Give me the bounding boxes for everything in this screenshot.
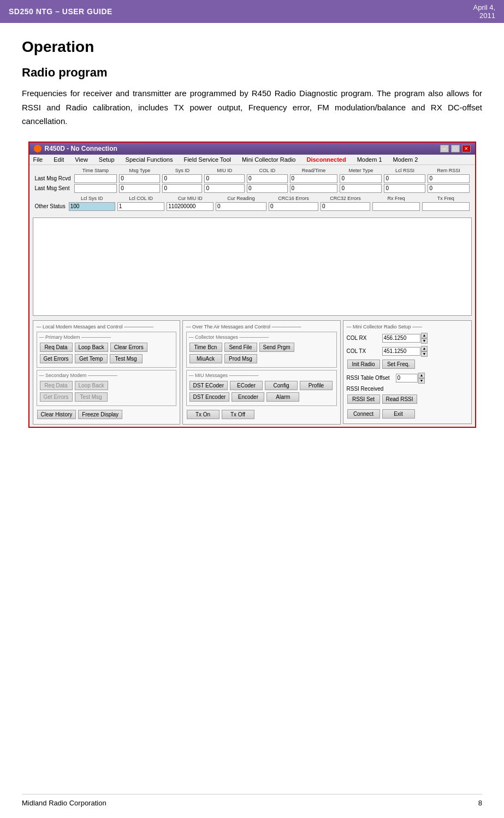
col-rx-input[interactable]	[382, 334, 420, 343]
connect-button[interactable]: Connect	[347, 409, 380, 419]
encoder-button[interactable]: Encoder	[232, 392, 264, 402]
col-tx-input[interactable]	[382, 347, 420, 356]
col-sysid: Sys ID	[161, 167, 203, 174]
titlebar-controls: ─ □ ✕	[440, 145, 471, 152]
cell-lclsysid[interactable]	[68, 202, 116, 211]
cell-sent-lclrssi[interactable]	[383, 184, 426, 193]
cell-rcvd-msgtype[interactable]	[118, 174, 161, 184]
get-errors-button[interactable]: Get Errors	[40, 354, 73, 363]
cell-sent-readtime[interactable]	[289, 184, 339, 193]
ecoder-button[interactable]: ECoder	[230, 381, 263, 390]
menu-view[interactable]: View	[73, 156, 90, 163]
cell-rcvd-remrssi[interactable]	[426, 174, 470, 184]
cell-rcvd-colid[interactable]	[246, 174, 289, 184]
menu-field-service-tool[interactable]: Field Service Tool	[182, 156, 233, 163]
page-footer: Midland Radio Corporation 8	[22, 794, 482, 807]
menu-special-functions[interactable]: Special Functions	[124, 156, 175, 163]
cell-rcvd-sysid[interactable]	[161, 174, 203, 184]
secondary-row1: Req Data Loop Back	[39, 380, 174, 391]
cell-rxfreq[interactable]	[371, 202, 421, 211]
read-rssi-button[interactable]: Read RSSI	[382, 395, 417, 404]
rssi-set-button[interactable]: RSSI Set	[347, 395, 380, 404]
close-button[interactable]: ✕	[462, 145, 471, 152]
clear-errors-button[interactable]: Clear Errors	[110, 343, 147, 352]
freeze-display-button[interactable]: Freeze Display	[78, 410, 122, 419]
rssi-received-label: RSSI Received	[347, 386, 384, 392]
radio-setup-title: — Mini Collector Radio Setup ——	[347, 324, 468, 329]
send-file-button[interactable]: Send File	[224, 343, 257, 352]
menu-modem1[interactable]: Modem 1	[355, 156, 384, 163]
rssi-offset-up[interactable]: ▲	[418, 373, 425, 378]
cell-sent-remrssi[interactable]	[426, 184, 470, 193]
req-data-button[interactable]: Req Data	[40, 343, 73, 352]
primary-row2: Get Errors Get Temp Test Msg	[39, 354, 174, 364]
time-bcn-button[interactable]: Time Bcn	[189, 343, 222, 352]
cell-crc32[interactable]	[319, 202, 371, 211]
cell-txfreq[interactable]	[421, 202, 471, 211]
last-msg-sent-row: Last Msg Sent	[34, 184, 471, 193]
menu-modem2[interactable]: Modem 2	[392, 156, 420, 163]
cell-curreading[interactable]	[215, 202, 268, 211]
col-tx-down[interactable]: ▼	[421, 351, 428, 357]
cell-rcvd-timestamp[interactable]	[73, 174, 118, 184]
tx-off-button[interactable]: Tx Off	[222, 410, 254, 419]
set-freq-button[interactable]: Set Freq.	[382, 360, 415, 369]
dst-encoder-button[interactable]: DST Encoder	[189, 392, 230, 402]
cell-rcvd-metertype[interactable]	[339, 174, 383, 184]
main-section-title: Operation	[22, 38, 482, 56]
col-lclsysid: Lcl Sys ID	[68, 195, 116, 202]
profile-button[interactable]: Profile	[300, 381, 333, 390]
cell-rcvd-readtime[interactable]	[289, 174, 339, 184]
radio-setup-panel: — Mini Collector Radio Setup —— COL RX ▲…	[343, 320, 472, 424]
cell-lclcolid[interactable]	[116, 202, 165, 211]
exit-button[interactable]: Exit	[382, 409, 415, 419]
col-tx-spinner[interactable]: ▲ ▼	[421, 346, 428, 357]
cell-sent-timestamp[interactable]	[73, 184, 118, 193]
miu-row1: DST ECoder ECoder Config Profile	[189, 380, 334, 391]
config-button[interactable]: Config	[265, 381, 298, 390]
menu-setup[interactable]: Setup	[97, 156, 116, 163]
cell-sent-msgtype[interactable]	[118, 184, 161, 193]
send-prgm-button[interactable]: Send Prgm	[259, 343, 294, 352]
prod-msg-button[interactable]: Prod Msg	[224, 354, 257, 363]
dst-ecoder-button[interactable]: DST ECoder	[189, 381, 228, 390]
get-temp-button[interactable]: Get Temp	[75, 354, 108, 363]
clear-history-button[interactable]: Clear History	[37, 410, 76, 419]
col-rx-down[interactable]: ▼	[421, 338, 428, 344]
cell-sent-sysid[interactable]	[161, 184, 203, 193]
maximize-button[interactable]: □	[451, 145, 460, 152]
sec-get-errors-button[interactable]: Get Errors	[40, 392, 73, 402]
col-rx-spinner[interactable]: ▲ ▼	[421, 333, 428, 344]
init-radio-button[interactable]: Init Radio	[347, 360, 380, 369]
sec-test-msg-button[interactable]: Test Msg	[75, 392, 108, 402]
sec-req-data-button[interactable]: Req Data	[40, 381, 73, 390]
minimize-button[interactable]: ─	[440, 145, 449, 152]
menu-edit[interactable]: Edit	[52, 156, 66, 163]
col-curreading: Cur Reading	[215, 195, 268, 202]
cell-rcvd-miuid[interactable]	[203, 174, 246, 184]
col-rx-up[interactable]: ▲	[421, 333, 428, 338]
cell-sent-miuid[interactable]	[203, 184, 246, 193]
miu-messages-panel: — MIU Messages —————— DST ECoder ECoder …	[186, 370, 337, 406]
col-tx-up[interactable]: ▲	[421, 346, 428, 351]
miuack-button[interactable]: MiuAck	[189, 354, 222, 363]
cell-crc16[interactable]	[268, 202, 319, 211]
radio-setup-box: — Mini Collector Radio Setup —— COL RX ▲…	[343, 320, 472, 424]
alarm-button[interactable]: Alarm	[266, 392, 299, 402]
loop-back-button[interactable]: Loop Back	[75, 343, 108, 352]
menu-disconnected[interactable]: Disconnected	[305, 156, 348, 163]
menu-mini-collector[interactable]: Mini Collector Radio	[240, 156, 297, 163]
rssi-offset-spinner[interactable]: ▲ ▼	[418, 373, 425, 384]
cell-rcvd-lclrssi[interactable]	[383, 174, 426, 184]
rssi-offset-down[interactable]: ▼	[418, 378, 425, 384]
air-messages-box: — Over The Air Messages and Control ————…	[182, 320, 341, 425]
tx-on-button[interactable]: Tx On	[187, 410, 220, 419]
cell-curmiuid[interactable]	[165, 202, 215, 211]
cell-sent-metertype[interactable]	[339, 184, 383, 193]
sec-loop-back-button[interactable]: Loop Back	[75, 381, 108, 390]
cell-sent-colid[interactable]	[246, 184, 289, 193]
menu-file[interactable]: File	[32, 156, 45, 163]
col-msgtype: Msg Type	[118, 167, 161, 174]
rssi-offset-input[interactable]	[396, 374, 418, 382]
test-msg-button[interactable]: Test Msg	[110, 354, 143, 363]
